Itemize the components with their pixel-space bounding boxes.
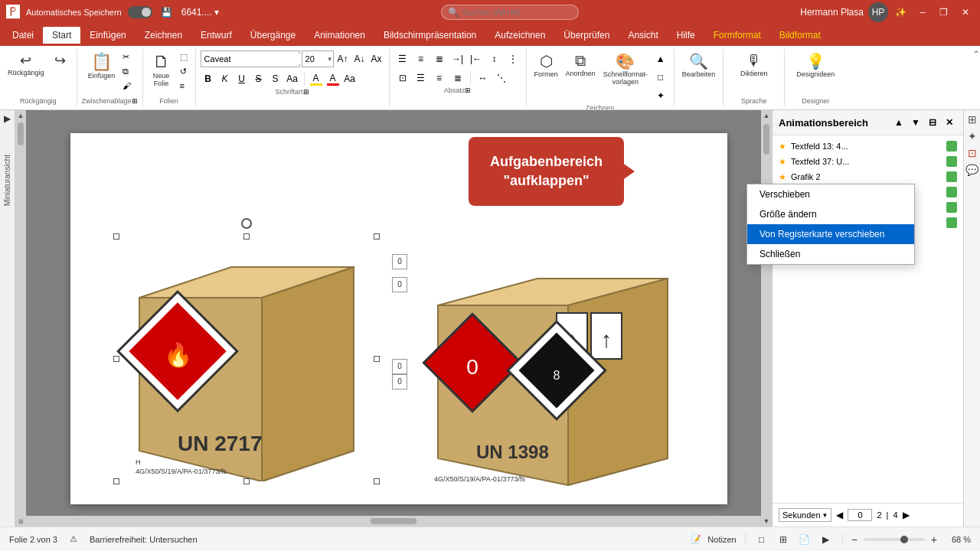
sel-handle-br[interactable]: [374, 478, 380, 484]
columns-button[interactable]: ⋮: [505, 51, 521, 67]
tab-datei[interactable]: Datei: [3, 27, 43, 44]
text-direction-button[interactable]: ↔: [475, 70, 492, 86]
strikethrough-button[interactable]: S: [251, 71, 266, 86]
quick-styles-button[interactable]: 🎨 Schnellformat- vorlagen: [600, 51, 651, 87]
clipboard-expand-icon[interactable]: ⊞: [132, 97, 138, 105]
tab-ueberpruefen[interactable]: Überprüfen: [554, 27, 619, 44]
vscroll-up[interactable]: ▲: [763, 112, 770, 119]
arrange-button[interactable]: ⧉ Anordnen: [563, 51, 599, 79]
align-center-button[interactable]: ☰: [413, 70, 430, 86]
tab-start[interactable]: Start: [43, 27, 80, 44]
anim-item-1[interactable]: ★ Textfeld 37: U...: [773, 154, 963, 169]
timeline-prev[interactable]: ◀: [836, 510, 843, 520]
ctx-verschieben[interactable]: Verschieben: [747, 184, 914, 204]
shadow-button[interactable]: S: [268, 71, 283, 86]
small-box-1[interactable]: 0: [392, 254, 407, 269]
sel-handle-tr[interactable]: [374, 233, 380, 240]
paste-button[interactable]: 📋 Einfügen: [85, 51, 119, 81]
slide-layout-button[interactable]: ⬚: [177, 51, 191, 64]
font-color-button[interactable]: A: [325, 71, 341, 86]
format-painter-button[interactable]: 🖌: [119, 80, 134, 92]
box-right[interactable]: 0 ↑ ↑ 8: [415, 252, 698, 489]
tab-bildschirm[interactable]: Bildschirmpräsentation: [374, 27, 485, 44]
ctx-von-registerkarte[interactable]: Von Registerkarte verschieben: [747, 224, 914, 244]
box-left[interactable]: 🔥 UN 2717 4G/X50/S/19/A/PA-01/3773/fs H: [116, 236, 377, 481]
slide-reset-button[interactable]: ↺: [177, 65, 191, 78]
anim-panel-expand[interactable]: ⊟: [925, 115, 940, 130]
small-box-2[interactable]: 0: [392, 277, 407, 292]
ribbon-expand-button[interactable]: ⌃: [972, 49, 980, 60]
redo-button[interactable]: ↪: [49, 51, 72, 70]
design-ideas-button[interactable]: 💡 Designideen: [793, 51, 838, 80]
sel-handle-mr[interactable]: [374, 356, 380, 362]
hscroll-thumb[interactable]: [371, 518, 416, 524]
font-name-selector[interactable]: ▼: [201, 51, 300, 67]
sel-handle-bm[interactable]: [243, 478, 250, 484]
cut-button[interactable]: ✂: [119, 51, 134, 64]
restore-button[interactable]: ❐: [936, 4, 952, 21]
justify-button[interactable]: ≣: [449, 70, 466, 86]
magic-button[interactable]: ✨: [893, 4, 910, 21]
italic-button[interactable]: K: [217, 71, 233, 86]
font-size-arrow[interactable]: ▼: [327, 56, 333, 63]
timeline-value[interactable]: [848, 509, 872, 521]
miniaturansicht-label[interactable]: Miniaturansicht: [3, 155, 11, 206]
tab-uebergaenge[interactable]: Übergänge: [241, 27, 305, 44]
clear-format-button[interactable]: Ax: [369, 51, 384, 67]
save-button[interactable]: 💾: [158, 4, 175, 21]
slide-section-button[interactable]: ≡: [177, 80, 191, 92]
increase-font-button[interactable]: A↑: [335, 51, 351, 67]
view-normal-btn[interactable]: □: [754, 532, 769, 547]
slide-transition-btn[interactable]: ⊡: [968, 147, 977, 159]
anim-panel-close[interactable]: ✕: [942, 115, 957, 130]
anim-item-0[interactable]: ★ Textfeld 13: 4...: [773, 139, 963, 154]
font-size-selector[interactable]: ▼: [302, 51, 334, 67]
sel-handle-ml[interactable]: [113, 356, 119, 362]
tab-bildformat[interactable]: Bildformat: [770, 27, 830, 44]
view-present-btn[interactable]: ▶: [818, 532, 834, 547]
shapes-button[interactable]: ⬡ Formen: [531, 51, 561, 80]
small-box-3[interactable]: 0: [392, 359, 407, 374]
tab-zeichnen[interactable]: Zeichnen: [136, 27, 191, 44]
tab-animationen[interactable]: Animationen: [305, 27, 374, 44]
slide-right-scrollbar[interactable]: ▲ ▼: [761, 110, 772, 527]
line-spacing-button[interactable]: ↕: [486, 51, 503, 67]
font-size-input[interactable]: [302, 54, 325, 64]
new-slide-button[interactable]: 🗋 Neue Folie: [148, 51, 175, 89]
rotate-handle[interactable]: [241, 218, 252, 229]
tab-hilfe[interactable]: Hilfe: [668, 27, 704, 44]
timeline-dd-arrow[interactable]: ▼: [822, 512, 828, 519]
sel-handle-tl[interactable]: [113, 233, 119, 240]
anim-panel-move-down[interactable]: ▼: [908, 115, 923, 130]
sel-handle-tm[interactable]: [243, 233, 250, 240]
sel-handle-bl[interactable]: [113, 478, 119, 484]
user-avatar[interactable]: HP: [868, 2, 888, 22]
tab-ansicht[interactable]: Ansicht: [619, 27, 667, 44]
shape-outline-button[interactable]: □: [652, 69, 669, 86]
zoom-out-btn[interactable]: −: [851, 533, 858, 546]
timeline-selector[interactable]: Sekunden ▼: [779, 508, 831, 522]
decrease-font-button[interactable]: A↓: [352, 51, 368, 67]
tab-einfuegen[interactable]: Einfügen: [80, 27, 135, 44]
paragraph-expand-icon[interactable]: ⊞: [465, 86, 471, 94]
copy-button[interactable]: ⧉: [119, 65, 134, 78]
underline-button[interactable]: U: [234, 71, 250, 86]
properties-panel-btn[interactable]: ⊞: [968, 113, 977, 126]
notes-label[interactable]: Notizen: [707, 535, 736, 544]
shape-fill-button[interactable]: ▲: [652, 51, 669, 67]
view-slide-sorter-btn[interactable]: ⊞: [776, 532, 791, 547]
align-left-button[interactable]: ⊡: [394, 70, 411, 86]
font-expand-icon[interactable]: ⊞: [303, 88, 309, 96]
font-name-input[interactable]: [201, 54, 313, 64]
expand-panel-button[interactable]: ▶: [4, 113, 11, 124]
highlight-color-button[interactable]: A: [309, 71, 324, 86]
left-scroll-thumb[interactable]: [18, 122, 24, 145]
search-input[interactable]: [462, 8, 572, 17]
find-button[interactable]: 🔍 Bearbeiten: [679, 51, 719, 80]
dictate-button[interactable]: 🎙 Diktieren: [737, 51, 771, 79]
small-box-4[interactable]: 0: [392, 374, 407, 390]
anim-panel-move-up[interactable]: ▲: [891, 115, 906, 130]
align-right-button[interactable]: ≡: [431, 70, 448, 86]
vscroll-thumb[interactable]: [763, 124, 769, 155]
shape-effects-button[interactable]: ✦: [652, 87, 669, 104]
